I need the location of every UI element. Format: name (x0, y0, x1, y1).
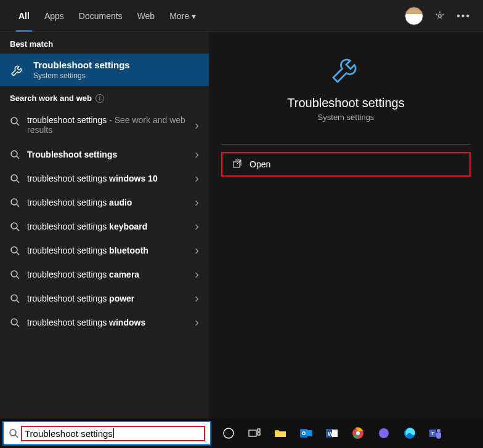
svg-point-11 (10, 430, 16, 436)
preview-pane: Troubleshoot settings System settings Op… (209, 32, 483, 418)
best-match-header: Best match (0, 32, 209, 54)
tab-more[interactable]: More ▾ (162, 0, 203, 32)
chevron-right-icon: › (195, 195, 199, 209)
search-icon (10, 222, 20, 231)
search-result-5[interactable]: troubleshoot settings bluetooth› (0, 238, 209, 262)
search-icon (10, 116, 20, 126)
search-result-7[interactable]: troubleshoot settings power› (0, 286, 209, 310)
svg-rect-10 (233, 162, 240, 167)
preview-subtitle: System settings (214, 113, 478, 122)
chevron-right-icon: › (195, 291, 199, 305)
search-input[interactable]: Troubleshoot settings (21, 426, 205, 441)
result-text: troubleshoot settings camera (27, 270, 190, 279)
results-list: Best match Troubleshoot settings System … (0, 32, 209, 418)
search-icon (10, 150, 20, 159)
search-icon (10, 318, 20, 327)
result-text: troubleshoot settings - See work and web… (27, 115, 190, 135)
svg-rect-13 (249, 430, 256, 436)
search-icon (10, 294, 20, 303)
search-result-6[interactable]: troubleshoot settings camera› (0, 262, 209, 286)
tab-apps[interactable]: Apps (37, 0, 71, 32)
search-result-2[interactable]: troubleshoot settings windows 10› (0, 166, 209, 190)
teams-icon[interactable]: T (423, 421, 448, 446)
result-text: Troubleshoot settings (27, 150, 190, 159)
svg-point-2 (11, 151, 17, 157)
wrench-large-icon (329, 52, 363, 86)
chevron-right-icon: › (195, 219, 199, 233)
svg-rect-17 (306, 430, 312, 436)
chevron-right-icon: › (195, 243, 199, 257)
svg-rect-15 (258, 433, 260, 435)
search-result-8[interactable]: troubleshoot settings windows› (0, 310, 209, 334)
search-result-4[interactable]: troubleshoot settings keyboard› (0, 214, 209, 238)
svg-point-8 (11, 295, 17, 301)
result-text: troubleshoot settings audio (27, 198, 190, 207)
svg-point-19 (303, 433, 305, 434)
file-explorer-icon[interactable] (268, 421, 293, 446)
best-match-item[interactable]: Troubleshoot settings System settings (0, 54, 209, 86)
svg-point-1 (11, 118, 17, 124)
svg-point-5 (11, 223, 17, 229)
search-result-3[interactable]: troubleshoot settings audio› (0, 190, 209, 214)
svg-point-25 (356, 431, 360, 435)
chevron-right-icon: › (195, 147, 199, 161)
search-icon (10, 246, 20, 255)
best-match-title: Troubleshoot settings (33, 60, 130, 70)
result-text: troubleshoot settings power (27, 294, 190, 303)
svg-text:T: T (431, 431, 434, 436)
feedback-icon[interactable] (434, 10, 445, 22)
preview-title: Troubleshoot settings (214, 96, 478, 110)
taskbar: Troubleshoot settings W T (0, 418, 483, 448)
task-view-icon[interactable] (242, 421, 267, 446)
chevron-right-icon: › (195, 267, 199, 281)
search-results-panel: All Apps Documents Web More ▾ ••• Best m… (0, 0, 483, 418)
chevron-right-icon: › (195, 315, 199, 329)
search-icon (10, 270, 20, 279)
chevron-down-icon: ▾ (192, 11, 196, 21)
best-match-subtitle: System settings (33, 71, 130, 80)
outlook-icon[interactable] (294, 421, 319, 446)
tab-all[interactable]: All (11, 0, 37, 32)
search-icon (9, 428, 18, 438)
tab-web[interactable]: Web (130, 0, 163, 32)
search-icon (10, 174, 20, 183)
result-text: troubleshoot settings windows 10 (27, 174, 190, 183)
open-action[interactable]: Open (221, 152, 471, 177)
search-icon (10, 198, 20, 207)
app-icon-1[interactable] (371, 421, 396, 446)
wrench-icon (10, 63, 25, 78)
filter-tabs: All Apps Documents Web More ▾ ••• (0, 0, 483, 32)
open-icon (232, 159, 242, 169)
result-text: troubleshoot settings keyboard (27, 222, 190, 231)
user-avatar[interactable] (405, 7, 423, 25)
svg-point-29 (437, 429, 440, 433)
svg-point-4 (11, 199, 17, 205)
svg-point-9 (11, 319, 17, 325)
chevron-right-icon: › (195, 171, 199, 185)
search-box[interactable]: Troubleshoot settings (2, 421, 211, 446)
tab-documents[interactable]: Documents (71, 0, 130, 32)
svg-point-6 (11, 247, 17, 253)
word-icon[interactable]: W (320, 421, 344, 446)
info-icon[interactable]: i (95, 94, 104, 103)
search-result-1[interactable]: Troubleshoot settings› (0, 142, 209, 166)
svg-point-3 (11, 175, 17, 181)
edge-icon[interactable] (397, 421, 422, 446)
result-text: troubleshoot settings windows (27, 318, 190, 327)
svg-rect-14 (258, 429, 260, 431)
work-web-header: Search work and web i (0, 86, 209, 108)
divider (221, 144, 471, 145)
search-result-0[interactable]: troubleshoot settings - See work and web… (0, 108, 209, 142)
chevron-right-icon: › (195, 118, 199, 132)
svg-point-12 (224, 428, 233, 438)
cortana-icon[interactable] (216, 421, 241, 446)
more-options-icon[interactable]: ••• (457, 10, 471, 22)
svg-text:W: W (328, 431, 333, 437)
svg-point-26 (379, 428, 389, 438)
chrome-icon[interactable] (346, 421, 370, 446)
svg-point-7 (11, 271, 17, 277)
result-text: troubleshoot settings bluetooth (27, 246, 190, 255)
